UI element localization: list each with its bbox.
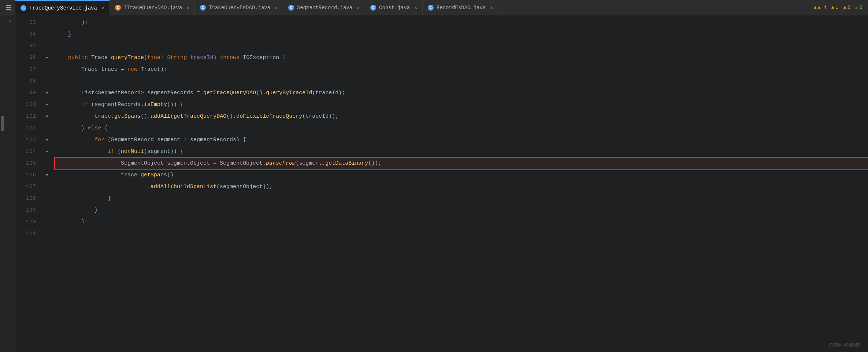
gi-105	[42, 158, 52, 169]
tab-icon-blue-5: C	[370, 5, 376, 11]
fold-96[interactable]: ▼	[46, 56, 48, 60]
code-101-dot2: ().	[226, 111, 236, 122]
code-line-110: }	[55, 216, 868, 228]
gi-95	[42, 40, 52, 52]
code-106-trace: trace.	[121, 169, 141, 181]
gi-103[interactable]: ▼	[42, 134, 52, 146]
code-108: }	[55, 193, 111, 205]
close-icon-6[interactable]: ✕	[490, 5, 493, 11]
code-101-doflexible: doFlexibleTraceQuery	[236, 111, 302, 122]
code-105-rest: ());	[368, 158, 381, 169]
code-107-rest: (segmentObject));	[216, 181, 272, 193]
close-icon-1[interactable]: ✕	[101, 5, 104, 11]
ln-96: 96	[15, 52, 36, 64]
status-warn2: ▲ 1	[831, 5, 838, 10]
warn-icon-3: ▲	[843, 5, 846, 10]
code-107-indent: .	[55, 181, 151, 193]
gi-99[interactable]: ▼	[42, 87, 52, 99]
code-97-indent	[55, 64, 81, 76]
ln-109: 109	[15, 205, 36, 216]
code-107-paren: (	[170, 181, 174, 193]
code-105-paren: (segment.	[296, 158, 325, 169]
code-106-paren: ()	[167, 169, 174, 181]
fold-104[interactable]: ▼	[46, 150, 48, 154]
ln-108: 108	[15, 193, 36, 205]
tab-tracequeryservice[interactable]: C TraceQueryService.java ✕	[15, 0, 110, 15]
gi-104[interactable]: ▼	[42, 146, 52, 158]
gi-108	[42, 193, 52, 205]
code-100-indent	[55, 99, 81, 111]
code-line-94: }	[55, 29, 868, 40]
code-94: }	[55, 29, 71, 40]
code-line-106: trace.getSpans()	[55, 169, 868, 181]
code-line-98	[55, 76, 868, 87]
tab-recordesdao[interactable]: C RecordEsDAO.java ✕	[423, 0, 498, 15]
code-109: }	[55, 205, 98, 216]
code-96-public: public	[68, 52, 88, 64]
code-line-111	[55, 228, 868, 240]
code-102-rest: {	[101, 122, 108, 134]
code-97-sp1: trace =	[98, 64, 127, 76]
tab-label-1: TraceQueryService.java	[29, 5, 97, 11]
code-96-throws: throws	[220, 52, 240, 64]
code-101-paren1: (	[170, 111, 174, 122]
code-105-parsefrom: parseFrom	[266, 158, 296, 169]
tab-menu-icon[interactable]: ☰	[3, 0, 14, 15]
code-content[interactable]: ); } public Trace queryTrace(final Strin…	[52, 15, 868, 352]
ln-111: 111	[15, 228, 36, 240]
tab-itracequerydao[interactable]: I ITraceQueryDAO.java ✕	[110, 0, 195, 15]
tab-segmentrecord[interactable]: C SegmentRecord.java ✕	[283, 0, 365, 15]
ln-101: 101	[15, 111, 36, 122]
gi-97	[42, 64, 52, 76]
code-99-query: queryByTraceId	[266, 87, 312, 99]
status-icons: ▲ ▲ 4 ▲ 1 ▲ 2 ✔ 2	[814, 5, 868, 11]
tab-label-3: TraceQueryEsDAO.java	[209, 5, 270, 11]
code-line-95	[55, 40, 868, 52]
code-99-gettrace: getTraceQueryDAO	[203, 87, 256, 99]
fold-103[interactable]: ▼	[46, 138, 48, 142]
ln-98: 98	[15, 76, 36, 87]
close-icon-2[interactable]: ✕	[186, 5, 189, 11]
gi-100[interactable]: ▼	[42, 99, 52, 111]
code-102-brace: }	[55, 122, 88, 134]
code-103-indent	[55, 134, 94, 146]
warn-count-3: 2	[847, 5, 850, 10]
gi-101[interactable]: ▼	[42, 111, 52, 122]
ln-106: 106	[15, 169, 36, 181]
fold-99[interactable]: ▼	[46, 91, 48, 95]
code-97-trace: Trace	[81, 64, 98, 76]
code-96-trace: Trace	[91, 52, 108, 64]
code-96-traceid: traceId	[190, 52, 213, 64]
gi-96[interactable]: ▼	[42, 52, 52, 64]
left-scrollbar[interactable]	[0, 15, 5, 352]
code-100-if: if	[81, 99, 88, 111]
tab-tracequeryes[interactable]: C TraceQueryEsDAO.java ✕	[195, 0, 283, 15]
close-icon-4[interactable]: ✕	[357, 5, 360, 11]
fold-106[interactable]: ▼	[46, 173, 48, 177]
code-container: 93 94 95 96 97 98 99 100 101 102 103 104…	[15, 15, 868, 352]
ln-95: 95	[15, 40, 36, 52]
code-96-sp4	[187, 52, 190, 64]
code-97-new: new	[127, 64, 137, 76]
close-icon-3[interactable]: ✕	[275, 5, 278, 11]
gi-111	[42, 228, 52, 240]
code-line-107: .addAll(buildSpanList(segmentObject));	[55, 181, 868, 193]
fold-100[interactable]: ▼	[46, 103, 48, 107]
ln-100: 100	[15, 99, 36, 111]
code-96-indent	[55, 52, 68, 64]
fold-101[interactable]: ▼	[46, 114, 48, 119]
gi-106[interactable]: ▼	[42, 169, 52, 181]
warn-icon-2: ▲	[831, 5, 834, 10]
gi-94	[42, 29, 52, 40]
code-107-addall: addAll	[151, 181, 170, 193]
code-106-indent	[55, 169, 121, 181]
code-99-list: List<SegmentRecord> segmentRecords =	[81, 87, 203, 99]
status-ok: ✔ 2	[855, 5, 862, 11]
tab-icon-orange: I	[115, 5, 121, 11]
code-100-rest: ()) {	[167, 99, 183, 111]
close-icon-5[interactable]: ✕	[414, 5, 417, 11]
code-101-getspans: getSpans	[114, 111, 141, 122]
ln-93: 93	[15, 17, 36, 29]
scroll-thumb	[1, 116, 4, 131]
tab-const[interactable]: C Const.java ✕	[365, 0, 423, 15]
